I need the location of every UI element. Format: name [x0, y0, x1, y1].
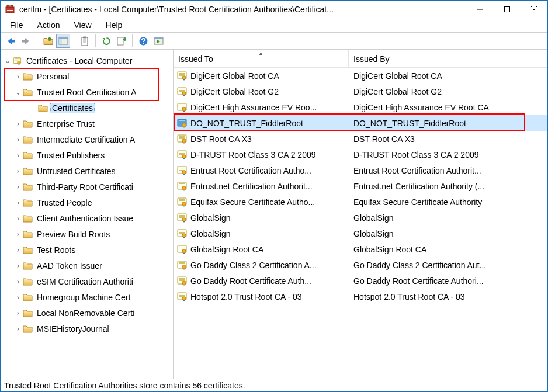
menu-file[interactable]: File	[3, 19, 30, 31]
tree-label: eSIM Certification Authoriti	[35, 276, 135, 287]
issued-by: Go Daddy Class 2 Certification Aut...	[353, 261, 486, 270]
column-issued-by[interactable]: Issued By	[349, 50, 547, 67]
tree-item[interactable]: ›Trusted People	[3, 195, 173, 210]
tree-item[interactable]: ›eSIM Certification Authoriti	[3, 273, 173, 289]
svg-rect-22	[59, 37, 68, 39]
tree-item[interactable]: ›Enterprise Trust	[3, 116, 173, 131]
tree-item[interactable]: ›AAD Token Issuer	[3, 258, 173, 273]
show-hide-tree-button[interactable]	[56, 34, 70, 48]
expander-icon[interactable]: ›	[13, 182, 23, 192]
expander-icon[interactable]: ›	[13, 166, 23, 176]
issued-to: Entrust.net Certification Authorit...	[190, 182, 313, 191]
list-row[interactable]: GlobalSign Root CAGlobalSign Root CA	[174, 241, 547, 257]
back-button[interactable]	[4, 34, 18, 48]
refresh-button[interactable]	[99, 34, 113, 48]
list-row[interactable]: DigiCert High Assurance EV Roo...DigiCer…	[174, 99, 547, 115]
folder-icon	[23, 120, 33, 128]
clipboard-button[interactable]	[78, 34, 92, 48]
column-issued-to[interactable]: ▲Issued To	[174, 50, 349, 67]
tree-item[interactable]: ›Intermediate Certification A	[3, 131, 173, 147]
list-row[interactable]: Entrust Root Certification Autho...Entru…	[174, 162, 547, 178]
expander-icon[interactable]: ›	[13, 293, 23, 302]
minimize-button[interactable]	[467, 1, 494, 18]
certificate-icon	[177, 244, 187, 254]
certificate-icon	[177, 276, 187, 286]
list-row[interactable]: DigiCert Global Root G2DigiCert Global R…	[174, 84, 547, 99]
list-row[interactable]: Go Daddy Class 2 Certification A...Go Da…	[174, 257, 547, 273]
list-row[interactable]: GlobalSignGlobalSign	[174, 226, 547, 241]
tree-label: Third-Party Root Certificati	[35, 182, 135, 192]
folder-icon	[23, 277, 33, 286]
app-icon	[5, 5, 15, 14]
maximize-button[interactable]	[494, 1, 521, 18]
list-row[interactable]: DO_NOT_TRUST_FiddlerRootDO_NOT_TRUST_Fid…	[174, 115, 547, 131]
tree-label: Intermediate Certification A	[35, 134, 137, 145]
help-button[interactable]: ?	[136, 34, 150, 48]
titlebar: certlm - [Certificates - Local Computer\…	[1, 1, 547, 18]
forward-button[interactable]	[19, 34, 33, 48]
issued-by: DO_NOT_TRUST_FiddlerRoot	[353, 119, 466, 128]
list-row[interactable]: Hotspot 2.0 Trust Root CA - 03Hotspot 2.…	[174, 289, 547, 304]
tree-label: Preview Build Roots	[35, 229, 112, 240]
list-row[interactable]: D-TRUST Root Class 3 CA 2 2009D-TRUST Ro…	[174, 147, 547, 162]
expander-icon[interactable]: ⌄	[3, 56, 12, 65]
folder-icon	[23, 167, 33, 175]
expander-icon[interactable]: ›	[13, 119, 23, 129]
certificate-icon	[177, 197, 187, 207]
tree-root[interactable]: ⌄Certificates - Local Computer	[3, 53, 173, 68]
toolbar: ?	[1, 32, 547, 50]
expander-icon[interactable]: ›	[13, 214, 23, 223]
window: certlm - [Certificates - Local Computer\…	[0, 0, 548, 392]
menu-view[interactable]: View	[67, 19, 98, 31]
expander-icon[interactable]: ›	[13, 277, 23, 286]
issued-by: DigiCert Global Root G2	[353, 87, 442, 96]
menu-help[interactable]: Help	[99, 19, 130, 31]
tree-item[interactable]: ›Client Authentication Issue	[3, 210, 173, 226]
statusbar: Trusted Root Certification Authorities s…	[1, 379, 547, 391]
list-body[interactable]: DigiCert Global Root CADigiCert Global R…	[174, 68, 547, 379]
list-row[interactable]: GlobalSignGlobalSign	[174, 210, 547, 226]
tree-item[interactable]: ›Third-Party Root Certificati	[3, 179, 173, 195]
tree-item[interactable]: ›Trusted Publishers	[3, 147, 173, 163]
issued-to: DST Root CA X3	[190, 134, 252, 144]
up-button[interactable]	[41, 34, 55, 48]
tree-item[interactable]: Certificates	[3, 100, 173, 116]
tree-label: Homegroup Machine Cert	[35, 292, 132, 303]
list-row[interactable]: Entrust.net Certification Authorit...Ent…	[174, 178, 547, 194]
menu-action[interactable]: Action	[30, 19, 67, 31]
expander-icon[interactable]: ›	[13, 230, 23, 239]
close-button[interactable]	[521, 1, 547, 18]
certificate-icon	[177, 165, 187, 175]
export-button[interactable]	[115, 34, 129, 48]
expander-icon[interactable]: ›	[13, 72, 23, 81]
expander-icon[interactable]: ›	[13, 324, 23, 334]
folder-icon	[23, 230, 33, 238]
tree-label: MSIEHistoryJournal	[35, 324, 111, 334]
list-row[interactable]: Equifax Secure Certificate Autho...Equif…	[174, 194, 547, 210]
tree-item[interactable]: ›Preview Build Roots	[3, 226, 173, 242]
certificate-icon	[177, 71, 187, 81]
expander-icon[interactable]: ⌄	[13, 88, 23, 97]
tree-pane[interactable]: ⌄Certificates - Local Computer›Personal⌄…	[1, 50, 174, 379]
expander-icon[interactable]: ›	[13, 135, 23, 144]
folder-icon	[23, 246, 33, 254]
tree-item[interactable]: ›Untrusted Certificates	[3, 163, 173, 179]
tree-item[interactable]: ⌄Trusted Root Certification A	[3, 84, 173, 100]
expander-icon[interactable]: ›	[13, 245, 23, 255]
tree-item[interactable]: ›Personal	[3, 68, 173, 84]
list-row[interactable]: Go Daddy Root Certificate Auth...Go Dadd…	[174, 273, 547, 289]
list-row[interactable]: DigiCert Global Root CADigiCert Global R…	[174, 68, 547, 84]
expander-icon[interactable]: ›	[13, 261, 23, 270]
issued-by: DST Root CA X3	[353, 134, 415, 144]
tree-item[interactable]: ›MSIEHistoryJournal	[3, 321, 173, 337]
tree-item[interactable]: ›Test Roots	[3, 242, 173, 258]
tree-item[interactable]: ›Local NonRemovable Certi	[3, 305, 173, 321]
issued-to: GlobalSign Root CA	[190, 245, 263, 254]
properties-button[interactable]	[151, 34, 165, 48]
list-row[interactable]: DST Root CA X3DST Root CA X3	[174, 131, 547, 147]
tree-item[interactable]: ›Homegroup Machine Cert	[3, 289, 173, 305]
expander-icon[interactable]: ›	[13, 308, 23, 318]
issued-by: GlobalSign	[353, 229, 394, 238]
expander-icon[interactable]: ›	[13, 151, 23, 160]
expander-icon[interactable]: ›	[13, 198, 23, 207]
